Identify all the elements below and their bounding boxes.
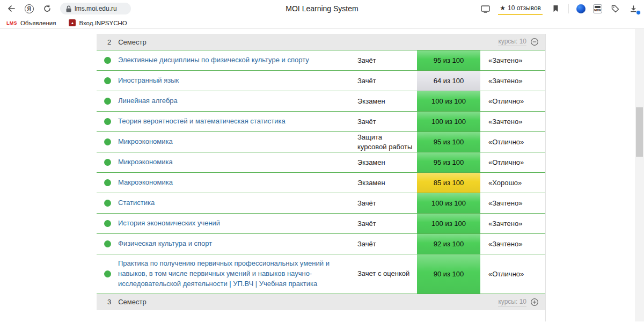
grade-text: «Отлично» [482,91,545,111]
course-link[interactable]: Микроэкономика [118,137,173,147]
lock-icon [66,5,71,12]
exam-type: Экзамен [357,91,415,111]
semester-3-header: 3 Семестр курсы: 10 [97,294,545,310]
bookmarks-bar: LMS Объявления ▲ Вход.INPSYCHO [0,17,644,29]
course-link[interactable]: Элективные дисциплины по физической куль… [118,55,309,65]
course-link[interactable]: История экономических учений [118,218,220,229]
refresh-button[interactable] [42,3,53,14]
status-dot-cell [97,152,118,172]
address-bar[interactable]: lms.moi.edu.ru [60,3,131,14]
extension-new-icon[interactable]: NEW [593,4,602,13]
courses-count-link[interactable]: курсы: 10 [498,298,526,306]
grade-text: «Хорошо» [482,173,545,193]
course-row: Макроэкономика Экзамен 85 из 100 «Хорошо… [97,173,545,193]
status-dot-icon [104,270,111,277]
extension-tag-icon[interactable] [610,3,620,14]
refresh-icon [43,4,52,13]
status-dot-icon [104,179,111,186]
status-dot-cell [97,50,118,70]
exam-type: Зачёт [357,50,415,70]
status-dot-icon [104,118,111,125]
yandex-browser-button[interactable]: Я [24,3,34,14]
status-dot-cell [97,112,118,131]
course-row: История экономических учений Зачёт 100 и… [97,214,545,234]
download-badge [636,10,641,15]
course-link[interactable]: Иностранный язык [118,76,179,86]
course-link[interactable]: Микроэкономика [118,157,173,167]
bookmark-inpsycho-login[interactable]: ▲ Вход.INPSYCHO [69,19,127,26]
score-badge: 100 из 100 [415,112,482,131]
exam-type: Экзамен [357,173,415,193]
course-row: Элективные дисциплины по физической куль… [97,50,545,71]
grade-text: «Зачтено» [482,112,545,131]
url-text: lms.moi.edu.ru [75,5,117,12]
score-badge: 100 из 100 [415,193,482,213]
scrollbar-thumb[interactable] [636,107,643,157]
score-badge: 64 из 100 [415,71,482,91]
score-badge: 85 из 100 [415,173,482,193]
courses-count-link[interactable]: курсы: 10 [498,38,526,46]
semester-number: 2 [107,38,111,46]
score-badge: 95 из 100 [415,132,482,152]
exam-type: Защита курсовой работы [357,132,415,152]
status-dot-cell [97,254,118,294]
extension-browser-icon[interactable] [576,4,586,13]
site-reviews-rating[interactable]: ★ 10 отзывов [498,3,543,15]
toolbar-right-cluster: ★ 10 отзывов NEW [480,3,639,15]
bookmark-lms-announcements[interactable]: LMS Объявления [6,20,56,26]
status-dot-icon [104,159,111,166]
grade-text: «Зачтено» [482,214,545,233]
collapse-semester-icon[interactable] [530,38,539,46]
status-dot-icon [104,77,111,84]
status-dot-cell [97,71,118,91]
course-row: Микроэкономика Защита курсовой работы 95… [97,132,545,152]
score-badge: 100 из 100 [415,214,482,233]
status-dot-cell [97,193,118,213]
reviews-count-label: 10 отзывов [508,4,541,12]
download-button[interactable] [628,3,639,14]
course-link[interactable]: Линейная алгебра [118,96,178,106]
course-row: Статистика Зачёт 100 из 100 «Зачтено» [97,193,545,214]
status-dot-cell [97,214,118,233]
exam-type: Экзамен [357,152,415,172]
course-rows: Элективные дисциплины по физической куль… [97,50,545,294]
course-link[interactable]: Физическая культура и спорт [118,239,212,249]
content-right-divider [545,34,546,321]
screen-share-icon[interactable] [480,3,491,14]
exam-type: Зачёт [357,71,415,91]
score-badge: 90 из 100 [415,254,482,294]
course-link[interactable]: Макроэкономика [118,178,173,188]
course-link[interactable]: Практика по получению первичных професси… [118,259,333,289]
status-dot-cell [97,173,118,193]
back-button[interactable] [5,3,16,14]
yandex-icon: Я [25,4,34,13]
course-row: Физическая культура и спорт Зачёт 92 из … [97,234,545,254]
score-badge: 95 из 100 [415,152,482,172]
status-dot-cell [97,132,118,152]
course-link[interactable]: Теория вероятностей и математическая ста… [118,116,286,127]
expand-semester-icon[interactable] [530,298,539,306]
toolbar-separator [568,4,569,13]
course-row: Теория вероятностей и математическая ста… [97,112,545,132]
semester-2-header: 2 Семестр курсы: 10 [97,34,545,50]
exam-type: Зачёт [357,214,415,233]
bookmark-flag-icon[interactable] [550,3,561,14]
semester-label: Семестр [118,298,146,306]
exam-type: Зачёт [357,193,415,213]
course-link[interactable]: Статистика [118,198,155,208]
browser-toolbar: MOI Learning System Я lms.moi.edu.ru [0,0,644,17]
status-dot-icon [104,200,111,207]
status-dot-cell [97,91,118,111]
semester-number: 3 [107,298,111,306]
grade-text: «Отлично» [482,254,545,294]
bookmark-label: Объявления [20,20,56,26]
back-arrow-icon [6,4,16,13]
scrollbar[interactable] [635,29,644,321]
grade-text: «Отлично» [482,152,545,172]
page-content: 2 Семестр курсы: 10 Элективные дисциплин… [0,29,644,321]
score-badge: 95 из 100 [415,50,482,70]
grade-text: «Зачтено» [482,193,545,213]
status-dot-icon [104,240,111,247]
exam-type: Зачет с оценкой [357,254,415,294]
score-badge: 92 из 100 [415,234,482,254]
